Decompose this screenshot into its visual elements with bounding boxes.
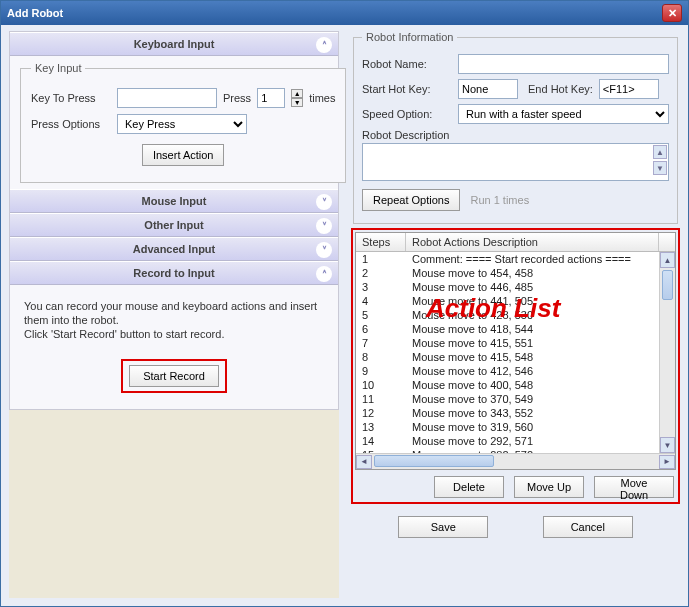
- step-cell: 11: [356, 392, 406, 406]
- input-accordion: Keyboard Input ˄ Key Input Key To Press …: [9, 31, 339, 410]
- table-row[interactable]: 2Mouse move to 454, 458: [356, 266, 675, 280]
- desc-cell: Mouse move to 370, 549: [406, 392, 675, 406]
- scroll-right-icon[interactable]: ►: [659, 455, 675, 469]
- section-label: Keyboard Input: [134, 38, 215, 50]
- table-row[interactable]: 6Mouse move to 418, 544: [356, 322, 675, 336]
- step-cell: 14: [356, 434, 406, 448]
- desc-cell: Mouse move to 415, 551: [406, 336, 675, 350]
- robot-description-textarea[interactable]: [362, 143, 669, 181]
- section-label: Mouse Input: [142, 195, 207, 207]
- col-steps-header[interactable]: Steps: [356, 233, 406, 251]
- section-mouse-input[interactable]: Mouse Input ˅: [10, 189, 338, 213]
- table-row[interactable]: 10Mouse move to 400, 548: [356, 378, 675, 392]
- action-list-highlight: Steps Robot Actions Description 1Comment…: [351, 228, 680, 504]
- cancel-button[interactable]: Cancel: [543, 516, 633, 538]
- desc-cell: Mouse move to 292, 571: [406, 434, 675, 448]
- press-count-input[interactable]: [257, 88, 285, 108]
- step-cell: 6: [356, 322, 406, 336]
- window-title: Add Robot: [7, 7, 662, 19]
- table-row[interactable]: 8Mouse move to 415, 548: [356, 350, 675, 364]
- keyboard-input-body: Key Input Key To Press Press ▲ ▼ times: [10, 56, 338, 189]
- section-label: Other Input: [144, 219, 203, 231]
- key-to-press-label: Key To Press: [31, 92, 111, 104]
- desc-cell: Mouse move to 415, 548: [406, 350, 675, 364]
- delete-button[interactable]: Delete: [434, 476, 504, 498]
- table-row[interactable]: 12Mouse move to 343, 552: [356, 406, 675, 420]
- left-column: Keyboard Input ˄ Key Input Key To Press …: [9, 31, 339, 598]
- section-record-to-input[interactable]: Record to Input ˄: [10, 261, 338, 285]
- scroll-thumb[interactable]: [662, 270, 673, 300]
- step-cell: 3: [356, 280, 406, 294]
- section-other-input[interactable]: Other Input ˅: [10, 213, 338, 237]
- chevron-up-icon: ˄: [316, 266, 332, 282]
- close-button[interactable]: ✕: [662, 4, 682, 22]
- table-row[interactable]: 11Mouse move to 370, 549: [356, 392, 675, 406]
- table-row[interactable]: 4Mouse move to 441, 505: [356, 294, 675, 308]
- step-cell: 4: [356, 294, 406, 308]
- desc-cell: Mouse move to 412, 546: [406, 364, 675, 378]
- desc-cell: Mouse move to 319, 560: [406, 420, 675, 434]
- table-row[interactable]: 5Mouse move to 428, 530: [356, 308, 675, 322]
- table-row[interactable]: 3Mouse move to 446, 485: [356, 280, 675, 294]
- desc-cell: Comment: ==== Start recorded actions ===…: [406, 252, 675, 266]
- desc-cell: Mouse move to 454, 458: [406, 266, 675, 280]
- scroll-down-icon[interactable]: ▼: [660, 437, 675, 453]
- section-advanced-input[interactable]: Advanced Input ˅: [10, 237, 338, 261]
- table-row[interactable]: 7Mouse move to 415, 551: [356, 336, 675, 350]
- press-options-select[interactable]: Key Press: [117, 114, 247, 134]
- spin-up-icon[interactable]: ▲: [291, 89, 303, 98]
- scroll-left-icon[interactable]: ◄: [356, 455, 372, 469]
- step-cell: 1: [356, 252, 406, 266]
- spin-down-icon[interactable]: ▼: [291, 98, 303, 107]
- desc-scroll-down-icon[interactable]: ▼: [653, 161, 667, 175]
- desc-cell: Mouse move to 400, 548: [406, 378, 675, 392]
- record-input-body: You can record your mouse and keyboard a…: [10, 285, 338, 409]
- desc-scroll-up-icon[interactable]: ▲: [653, 145, 667, 159]
- robot-information-group: Robot Information Robot Name: Start Hot …: [353, 31, 678, 224]
- key-input-group: Key Input Key To Press Press ▲ ▼ times: [20, 62, 346, 183]
- robot-description-label: Robot Description: [362, 129, 449, 141]
- grid-body[interactable]: 1Comment: ==== Start recorded actions ==…: [356, 252, 675, 453]
- insert-action-button[interactable]: Insert Action: [142, 144, 225, 166]
- start-record-button[interactable]: Start Record: [129, 365, 219, 387]
- section-label: Advanced Input: [133, 243, 216, 255]
- chevron-up-icon: ˄: [316, 37, 332, 53]
- h-scroll-thumb[interactable]: [374, 455, 494, 467]
- titlebar[interactable]: Add Robot ✕: [1, 1, 688, 25]
- save-button[interactable]: Save: [398, 516, 488, 538]
- chevron-down-icon: ˅: [316, 194, 332, 210]
- step-cell: 2: [356, 266, 406, 280]
- col-desc-header[interactable]: Robot Actions Description: [406, 233, 659, 251]
- chevron-down-icon: ˅: [316, 242, 332, 258]
- section-keyboard-input[interactable]: Keyboard Input ˄: [10, 32, 338, 56]
- desc-cell: Mouse move to 343, 552: [406, 406, 675, 420]
- repeat-options-button[interactable]: Repeat Options: [362, 189, 460, 211]
- robot-name-input[interactable]: [458, 54, 669, 74]
- step-cell: 9: [356, 364, 406, 378]
- robot-information-legend: Robot Information: [362, 31, 457, 43]
- step-cell: 12: [356, 406, 406, 420]
- close-icon: ✕: [668, 7, 677, 20]
- move-up-button[interactable]: Move Up: [514, 476, 584, 498]
- desc-cell: Mouse move to 446, 485: [406, 280, 675, 294]
- press-options-label: Press Options: [31, 118, 111, 130]
- times-label: times: [309, 92, 335, 104]
- vertical-scrollbar[interactable]: ▲ ▼: [659, 252, 675, 453]
- end-hot-key-input[interactable]: [599, 79, 659, 99]
- table-row[interactable]: 9Mouse move to 412, 546: [356, 364, 675, 378]
- start-hot-key-input[interactable]: [458, 79, 518, 99]
- section-label: Record to Input: [133, 267, 214, 279]
- horizontal-scrollbar[interactable]: ◄ ►: [356, 453, 675, 469]
- desc-cell: Mouse move to 428, 530: [406, 308, 675, 322]
- table-row[interactable]: 14Mouse move to 292, 571: [356, 434, 675, 448]
- move-down-button[interactable]: Move Down: [594, 476, 674, 498]
- start-hot-key-label: Start Hot Key:: [362, 83, 452, 95]
- speed-option-select[interactable]: Run with a faster speed: [458, 104, 669, 124]
- right-column: Robot Information Robot Name: Start Hot …: [351, 31, 680, 598]
- table-row[interactable]: 1Comment: ==== Start recorded actions ==…: [356, 252, 675, 266]
- speed-option-label: Speed Option:: [362, 108, 452, 120]
- grid-header: Steps Robot Actions Description: [356, 233, 675, 252]
- scroll-up-icon[interactable]: ▲: [660, 252, 675, 268]
- table-row[interactable]: 13Mouse move to 319, 560: [356, 420, 675, 434]
- key-to-press-input[interactable]: [117, 88, 217, 108]
